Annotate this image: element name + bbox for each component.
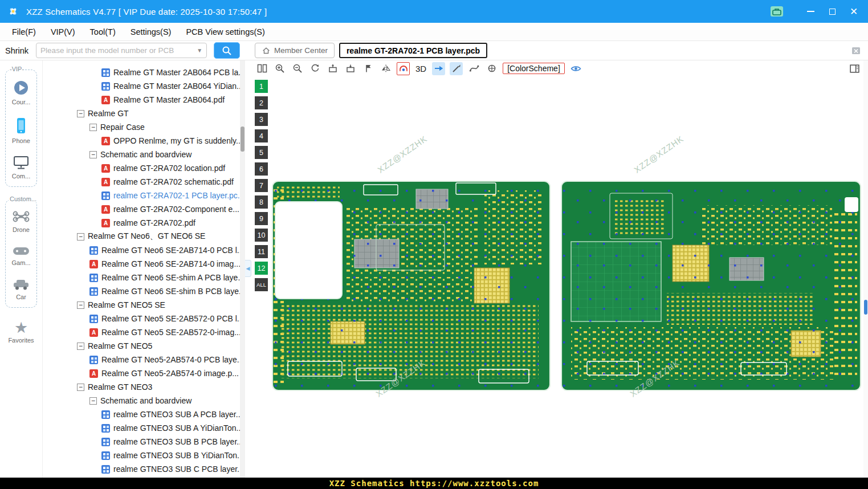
collapse-icon[interactable]: − bbox=[77, 343, 84, 350]
measure-line-icon[interactable] bbox=[450, 62, 463, 75]
layer-button-5[interactable]: 5 bbox=[255, 146, 268, 159]
pan-tool-icon[interactable] bbox=[485, 62, 498, 75]
tree-item[interactable]: −Realme GT bbox=[43, 107, 245, 120]
tree-scrollbar-thumb[interactable] bbox=[241, 127, 244, 152]
window-scrollbar-thumb[interactable] bbox=[864, 300, 867, 315]
sidebar-item-favorites[interactable]: ★ Favorites bbox=[0, 320, 42, 344]
layer-button-3[interactable]: 3 bbox=[255, 113, 268, 126]
tree-item[interactable]: −Schematic and boardview bbox=[43, 148, 245, 161]
tree-item[interactable]: Realme GT Neo5-2AB574-0 PCB laye... bbox=[43, 353, 245, 366]
tree-item[interactable]: realme GTNEO3 SUB C PCB layer... bbox=[43, 462, 245, 476]
tree-item[interactable]: AOPPO Renlme, my GT is suddenly... bbox=[43, 134, 245, 148]
tree-item[interactable]: realme GTNEO3 SUB A PCB layer... bbox=[43, 408, 245, 421]
tree-scrollbar[interactable] bbox=[240, 60, 245, 478]
pcb-board-view[interactable] bbox=[245, 76, 868, 478]
pin-flag-icon[interactable] bbox=[361, 62, 374, 75]
layer-button-8[interactable]: 8 bbox=[255, 195, 268, 209]
import-board-icon[interactable] bbox=[344, 62, 357, 75]
vip-badge-icon[interactable] bbox=[770, 6, 784, 17]
search-input[interactable] bbox=[40, 46, 194, 55]
tree-item[interactable]: Arealme GT-2RA702.pdf bbox=[43, 216, 245, 230]
tree-item[interactable]: −Realme GT Neo6、GT NEO6 SE bbox=[43, 230, 245, 243]
panel-toggle-icon[interactable] bbox=[848, 62, 861, 75]
tree-item[interactable]: −Realme GT NEO3 bbox=[43, 380, 245, 394]
search-box[interactable]: ▼ bbox=[36, 43, 207, 58]
maximize-button[interactable] bbox=[826, 5, 838, 18]
flip-horizontal-icon[interactable] bbox=[379, 62, 392, 75]
sidebar-item-car[interactable]: Car bbox=[6, 278, 36, 300]
arrow-select-icon[interactable] bbox=[432, 62, 445, 75]
collapse-icon[interactable]: − bbox=[77, 384, 84, 391]
collapse-icon[interactable]: − bbox=[89, 124, 97, 131]
tree-item[interactable]: realme GTNEO3 SUB B YiDianTon... bbox=[43, 449, 245, 462]
sidebar-item-course[interactable]: Cour... bbox=[6, 79, 36, 105]
tree-item[interactable]: Realme GT Master 2AB064 PCB la... bbox=[43, 66, 245, 79]
tree-item[interactable]: Arealme GT-2RA702-Component e... bbox=[43, 202, 245, 216]
sidebar-item-computer[interactable]: Com... bbox=[6, 156, 36, 180]
menu-vip[interactable]: VIP(V) bbox=[43, 27, 83, 36]
tree-item[interactable]: ARealme GT Neo6 SE-2AB714-0 imag... bbox=[43, 257, 245, 271]
tree-item[interactable]: Realme GT Neo6 SE-shim A PCB laye... bbox=[43, 271, 245, 284]
tree-item[interactable]: realme GTNEO3 SUB A YiDianTon... bbox=[43, 421, 245, 435]
layer-button-9[interactable]: 9 bbox=[255, 212, 268, 225]
tree-item[interactable]: Arealme GT-2RA702 schematic.pdf bbox=[43, 175, 245, 189]
split-view-icon[interactable] bbox=[255, 62, 268, 75]
tree-item[interactable]: Arealme GT-2RA702 location.pdf bbox=[43, 161, 245, 175]
export-board-icon[interactable] bbox=[326, 62, 339, 75]
window-scrollbar[interactable] bbox=[863, 60, 868, 478]
tree-item[interactable]: realme GT-2RA702-1 PCB layer.pc... bbox=[43, 189, 245, 202]
tree-item[interactable]: realme GTNEO3 SUB B PCB layer... bbox=[43, 435, 245, 449]
chevron-down-icon[interactable]: ▼ bbox=[197, 47, 202, 54]
menu-file[interactable]: File(F) bbox=[5, 27, 43, 36]
red-filter-mode-icon[interactable] bbox=[397, 62, 410, 75]
tree-item[interactable]: −Realme GT NEO5 bbox=[43, 339, 245, 353]
collapse-icon[interactable]: − bbox=[77, 301, 84, 309]
three-d-button[interactable]: 3D bbox=[414, 64, 427, 74]
close-panel-icon[interactable] bbox=[851, 46, 861, 56]
layer-button-10[interactable]: 10 bbox=[255, 229, 268, 242]
minimize-button[interactable] bbox=[804, 5, 817, 18]
tree-item[interactable]: −Realme GT NEO5 SE bbox=[43, 298, 245, 312]
tree-item[interactable]: Realme GT Neo6 SE-2AB714-0 PCB l... bbox=[43, 243, 245, 257]
menu-pcb-view-settings[interactable]: PCB View settings(S) bbox=[178, 27, 272, 36]
tree-item-label: realme GT-2RA702-1 PCB layer.pc... bbox=[113, 191, 244, 200]
tree-item[interactable]: Realme GT Master 2AB064 YiDian... bbox=[43, 79, 245, 93]
search-button[interactable] bbox=[214, 42, 240, 59]
tree-item[interactable]: Realme GT Neo6 SE-shim B PCB laye... bbox=[43, 284, 245, 298]
layer-button-11[interactable]: 11 bbox=[255, 245, 268, 258]
layer-button-7[interactable]: 7 bbox=[255, 179, 268, 192]
tree-item[interactable]: −Schematic and boardview bbox=[43, 394, 245, 408]
collapse-icon[interactable]: − bbox=[89, 151, 97, 158]
curve-tool-icon[interactable] bbox=[467, 62, 480, 75]
layer-button-1[interactable]: 1 bbox=[255, 80, 268, 93]
collapse-icon[interactable]: − bbox=[77, 233, 84, 241]
layer-button-all[interactable]: ALL bbox=[255, 278, 268, 291]
member-center-button[interactable]: Member Center bbox=[255, 43, 335, 58]
rotate-icon[interactable] bbox=[308, 62, 321, 75]
panel-collapse-arrow[interactable]: ◀ bbox=[245, 260, 251, 277]
collapse-icon[interactable]: − bbox=[89, 397, 97, 405]
colorscheme-button[interactable]: [ColorScheme] bbox=[503, 63, 565, 74]
tree-item[interactable]: ARealme GT Neo5-2AB574-0 image.p... bbox=[43, 366, 245, 380]
sidebar-item-drone[interactable]: Drone bbox=[6, 209, 36, 233]
layer-button-12[interactable]: 12 bbox=[255, 262, 268, 275]
layer-button-4[interactable]: 4 bbox=[255, 129, 268, 142]
menu-settings[interactable]: Settings(S) bbox=[123, 27, 179, 36]
zoom-in-icon[interactable] bbox=[273, 62, 286, 75]
pcb-canvas[interactable]: 123456789101112ALL bbox=[245, 76, 868, 478]
document-tab[interactable]: realme GT-2RA702-1 PCB layer.pcb bbox=[339, 43, 487, 58]
shrink-button[interactable]: Shrink bbox=[5, 46, 28, 55]
layer-button-6[interactable]: 6 bbox=[255, 162, 268, 176]
tree-item[interactable]: −Repair Case bbox=[43, 120, 245, 134]
sidebar-item-phone[interactable]: Phone bbox=[6, 117, 36, 144]
tree-item[interactable]: Realme GT Neo5 SE-2AB572-0 PCB l... bbox=[43, 312, 245, 325]
menu-tool[interactable]: Tool(T) bbox=[83, 27, 123, 36]
sidebar-item-game[interactable]: Gam... bbox=[6, 244, 36, 266]
close-button[interactable]: ✕ bbox=[847, 5, 860, 18]
eye-icon[interactable] bbox=[569, 62, 582, 75]
zoom-out-icon[interactable] bbox=[291, 62, 304, 75]
collapse-icon[interactable]: − bbox=[77, 110, 84, 117]
layer-button-2[interactable]: 2 bbox=[255, 96, 268, 109]
tree-item[interactable]: ARealme GT Neo5 SE-2AB572-0-imag... bbox=[43, 325, 245, 339]
tree-item[interactable]: ARealme GT Master 2AB064.pdf bbox=[43, 93, 245, 107]
